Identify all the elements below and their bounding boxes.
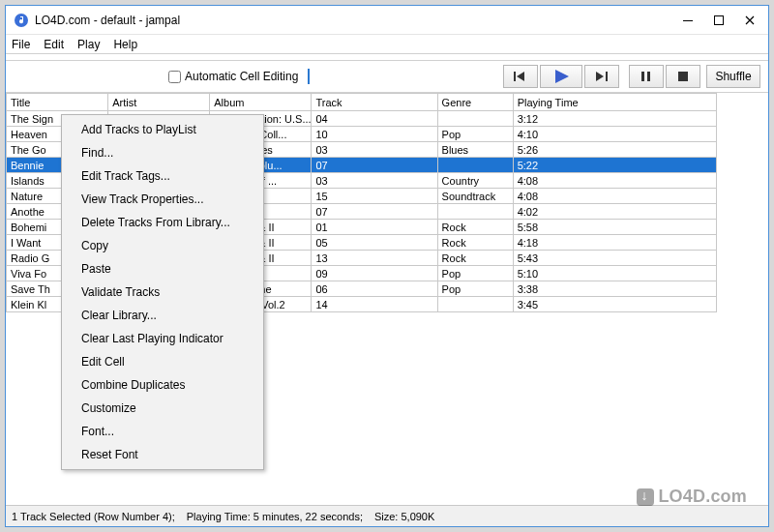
cell-time[interactable]: 5:26 [513, 142, 716, 158]
menubar: File Edit Play Help [6, 35, 768, 54]
svg-rect-7 [678, 72, 688, 81]
cell-time[interactable]: 4:08 [513, 173, 716, 189]
cell-genre[interactable] [437, 158, 513, 173]
window-title: LO4D.com - default - jampal [35, 14, 681, 27]
context-menu-item[interactable]: Edit Cell [64, 350, 261, 373]
menu-edit[interactable]: Edit [44, 38, 64, 51]
cell-track[interactable]: 03 [312, 173, 437, 189]
menu-play[interactable]: Play [77, 38, 100, 51]
context-menu-item[interactable]: Delete Tracks From Library... [64, 211, 261, 234]
cell-time[interactable]: 5:22 [513, 158, 716, 173]
menu-help[interactable]: Help [113, 38, 137, 51]
cell-genre[interactable]: Pop [437, 127, 513, 142]
maximize-button[interactable] [712, 14, 726, 27]
stop-button[interactable] [666, 65, 700, 88]
menu-file[interactable]: File [12, 38, 30, 51]
pause-button[interactable] [629, 65, 664, 88]
svg-rect-3 [514, 72, 516, 81]
play-button[interactable] [540, 65, 582, 88]
toolbar: Automatic Cell Editing Shuffle [6, 60, 768, 93]
col-track[interactable]: Track [312, 94, 437, 111]
auto-cell-group: Automatic Cell Editing [168, 69, 310, 84]
svg-rect-2 [715, 15, 724, 24]
status-size: Size: 5,090K [374, 511, 438, 522]
col-artist[interactable]: Artist [108, 94, 210, 111]
cell-genre[interactable]: Soundtrack [437, 189, 513, 204]
cell-time[interactable]: 5:10 [513, 266, 716, 281]
cell-time[interactable]: 3:45 [513, 297, 716, 312]
context-menu-item[interactable]: View Track Properties... [64, 188, 261, 211]
minimize-button[interactable] [681, 14, 695, 27]
svg-rect-6 [647, 72, 650, 81]
svg-rect-4 [606, 72, 608, 81]
cell-track[interactable]: 07 [312, 204, 437, 220]
context-menu-item[interactable]: Edit Track Tags... [64, 164, 261, 188]
col-title[interactable]: Title [7, 94, 108, 111]
cell-time[interactable]: 3:38 [513, 281, 716, 297]
statusbar: 1 Track Selected (Row Number 4); Playing… [6, 505, 768, 526]
cell-track[interactable]: 01 [312, 220, 437, 235]
context-menu-item[interactable]: Paste [64, 257, 261, 281]
cell-time[interactable]: 3:12 [513, 111, 716, 127]
prev-track-button[interactable] [503, 65, 538, 88]
cell-genre[interactable] [437, 297, 513, 312]
cell-time[interactable]: 4:10 [513, 127, 716, 142]
context-menu-item[interactable]: Copy [64, 234, 261, 257]
auto-cell-label: Automatic Cell Editing [185, 70, 298, 83]
cell-track[interactable]: 13 [312, 251, 437, 266]
close-button[interactable] [743, 14, 757, 27]
cell-genre[interactable] [437, 204, 513, 220]
cell-track[interactable]: 09 [312, 266, 437, 281]
cell-track[interactable]: 14 [312, 297, 437, 312]
app-icon [14, 13, 29, 28]
col-playing-time[interactable]: Playing Time [513, 94, 716, 111]
cell-genre[interactable]: Rock [437, 235, 513, 251]
context-menu-item[interactable]: Add Tracks to PlayList [64, 118, 261, 141]
cell-genre[interactable]: Blues [437, 142, 513, 158]
context-menu-item[interactable]: Combine Duplicates [64, 373, 261, 397]
cell-track[interactable]: 07 [312, 158, 437, 173]
cell-time[interactable]: 4:18 [513, 235, 716, 251]
context-menu-item[interactable]: Clear Library... [64, 304, 261, 327]
cell-time[interactable]: 4:02 [513, 204, 716, 220]
context-menu-item[interactable]: Reset Font [64, 443, 261, 466]
cell-genre[interactable]: Rock [437, 251, 513, 266]
cell-genre[interactable]: Country [437, 173, 513, 189]
next-track-button[interactable] [584, 65, 619, 88]
context-menu-item[interactable]: Find... [64, 141, 261, 164]
cell-genre[interactable]: Pop [437, 281, 513, 297]
cell-track[interactable]: 05 [312, 235, 437, 251]
context-menu-item[interactable]: Customize [64, 397, 261, 420]
shuffle-button[interactable]: Shuffle [706, 65, 760, 88]
context-menu-item[interactable]: Font... [64, 420, 261, 443]
window-controls [681, 14, 760, 27]
context-menu-item[interactable]: Clear Last Playing Indicator [64, 327, 261, 350]
titlebar: LO4D.com - default - jampal [6, 6, 768, 35]
cell-time[interactable]: 5:43 [513, 251, 716, 266]
context-menu[interactable]: Add Tracks to PlayListFind...Edit Track … [61, 114, 264, 470]
cell-track[interactable]: 06 [312, 281, 437, 297]
svg-rect-1 [683, 20, 693, 21]
auto-cell-checkbox[interactable] [168, 71, 181, 83]
cell-track[interactable]: 15 [312, 189, 437, 204]
svg-rect-5 [641, 72, 644, 81]
context-menu-item[interactable]: Validate Tracks [64, 281, 261, 304]
col-album[interactable]: Album [210, 94, 312, 111]
cell-track[interactable]: 10 [312, 127, 437, 142]
cell-genre[interactable]: Pop [437, 266, 513, 281]
cell-genre[interactable] [437, 111, 513, 127]
cell-track[interactable]: 04 [312, 111, 437, 127]
status-playing-time: Playing Time: 5 minutes, 22 seconds; [187, 511, 367, 522]
cell-time[interactable]: 5:58 [513, 220, 716, 235]
table-header-row: Title Artist Album Track Genre Playing T… [7, 94, 717, 111]
col-genre[interactable]: Genre [437, 94, 513, 111]
cell-track[interactable]: 03 [312, 142, 437, 158]
cell-time[interactable]: 4:08 [513, 189, 716, 204]
cell-genre[interactable]: Rock [437, 220, 513, 235]
status-selection: 1 Track Selected (Row Number 4); [12, 511, 179, 522]
play-indicator [308, 69, 310, 84]
